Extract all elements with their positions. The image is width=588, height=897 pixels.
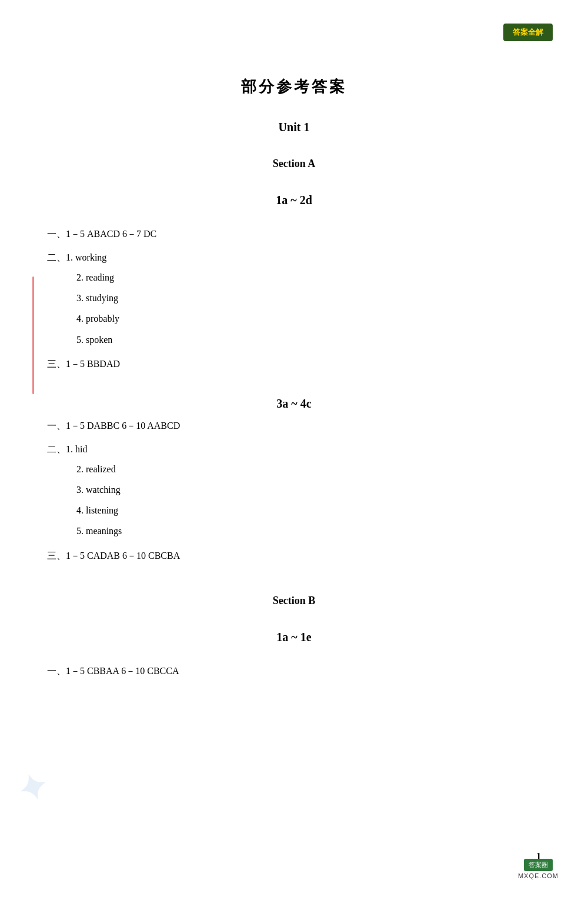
sub2-part2-item-1-line: 2. realized	[76, 459, 541, 479]
part1-num-label: 一、1－5 ABACD 6－7 DC	[47, 229, 156, 239]
sub2-part2-item-0: 1. hid	[66, 444, 87, 454]
part2-item-2-line: 3. studying	[76, 288, 541, 308]
part2-item-3: 4. probably	[76, 314, 119, 324]
sub2-part2-item-2: 3. watching	[76, 485, 121, 495]
top-badge: 答案全解	[503, 24, 553, 41]
chinese-num-3: 三、	[47, 359, 66, 369]
sub2-part2-header: 二、1. hid	[47, 440, 541, 459]
sub2-part3-content: 1－5 CADAB 6－10 CBCBA	[66, 551, 180, 561]
watermark-decoration: ✦	[12, 764, 54, 813]
secb-part1-content: 1－5 CBBAA 6－10 CBCCA	[66, 666, 179, 676]
logo-url: MXQE.COM	[518, 872, 559, 879]
subsection-1a1e-title: 1a ~ 1e	[47, 631, 541, 644]
section-a-sub2-part2: 二、1. hid 2. realized 3. watching 4. list…	[47, 440, 541, 542]
unit-title: Unit 1	[47, 121, 541, 134]
chinese-num-4: 一、	[47, 421, 66, 431]
part2-item-3-line: 4. probably	[76, 308, 541, 329]
main-title: 部分参考答案	[47, 76, 541, 97]
page-container: 答案全解 部分参考答案 Unit 1 Section A 1a ~ 2d 一、1…	[0, 0, 588, 897]
bottom-logo: 答案圈 MXQE.COM	[518, 859, 559, 879]
section-b-sub1-part1: 一、1－5 CBBAA 6－10 CBCCA	[47, 662, 541, 681]
part1-content: 1－5 ABACD 6－7 DC	[66, 229, 156, 239]
logo-badge-text: 答案圈	[529, 861, 548, 868]
part2-item-4: 5. spoken	[76, 335, 112, 345]
subsection-1a2d-title: 1a ~ 2d	[47, 194, 541, 207]
section-a-sub2-part3: 三、1－5 CADAB 6－10 CBCBA	[47, 546, 541, 565]
section-a-sub1-part3: 三、1－5 BBDAD	[47, 355, 541, 374]
chinese-num-1: 一、	[47, 229, 66, 239]
section-a-sub1-part1: 一、1－5 ABACD 6－7 DC	[47, 225, 541, 244]
part2-item-4-line: 5. spoken	[76, 329, 541, 350]
sub2-part1-line: 一、1－5 DABBC 6－10 AABCD	[47, 421, 180, 431]
sub2-part3-line: 三、1－5 CADAB 6－10 CBCBA	[47, 551, 180, 561]
subsection-3a4c-title: 3a ~ 4c	[47, 397, 541, 411]
part2-item-1-line: 2. reading	[76, 267, 541, 288]
chinese-num-7: 一、	[47, 666, 66, 676]
chinese-num-5: 二、	[47, 444, 66, 454]
sub2-part2-item-3-line: 4. listening	[76, 500, 541, 521]
sub2-part2-item-1: 2. realized	[76, 464, 116, 474]
section-a-sub1-part2: 二、1. working 2. reading 3. studying 4. p…	[47, 248, 541, 350]
chinese-num-2: 二、	[47, 252, 66, 262]
part2-item-2: 3. studying	[76, 293, 118, 303]
sub2-part2-item-4-line: 5. meanings	[76, 521, 541, 541]
left-border-decoration	[32, 276, 34, 394]
section-b-title: Section B	[47, 595, 541, 607]
logo-badge: 答案圈	[524, 859, 553, 871]
part3-content: 1－5 BBDAD	[66, 359, 120, 369]
sub2-part2-item-4: 5. meanings	[76, 526, 122, 536]
sub2-part2-item-3: 4. listening	[76, 505, 118, 515]
part3-line: 三、1－5 BBDAD	[47, 359, 120, 369]
chinese-num-6: 三、	[47, 551, 66, 561]
section-a-title: Section A	[47, 158, 541, 170]
section-a-sub2-part1: 一、1－5 DABBC 6－10 AABCD	[47, 416, 541, 435]
part2-item-1: 2. reading	[76, 272, 114, 282]
secb-part1-line: 一、1－5 CBBAA 6－10 CBCCA	[47, 666, 179, 676]
part2-item-0: 1. working	[66, 252, 106, 262]
sub2-part1-content: 1－5 DABBC 6－10 AABCD	[66, 421, 180, 431]
part2-header: 二、1. working	[47, 248, 541, 267]
sub2-part2-item-2-line: 3. watching	[76, 479, 541, 500]
